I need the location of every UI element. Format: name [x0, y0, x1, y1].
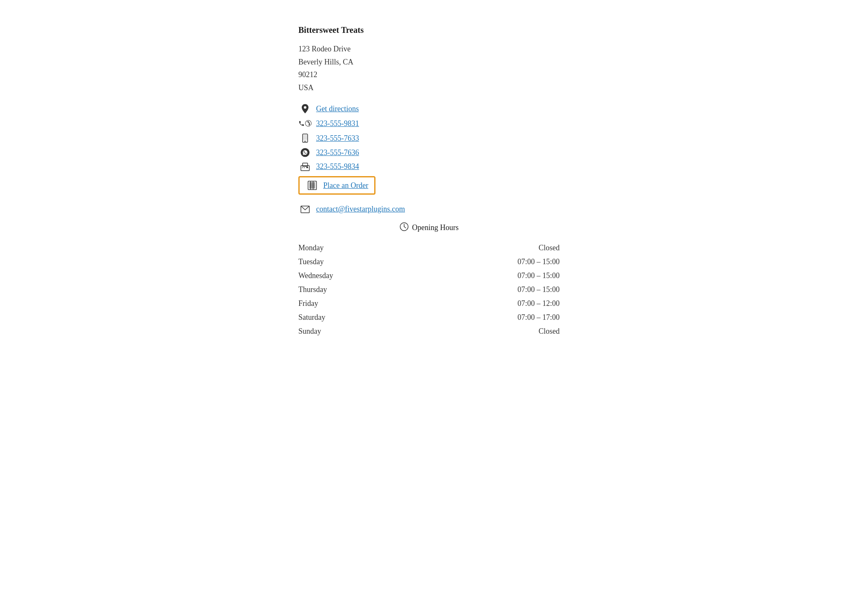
contact-list: Get directions ✆ 323-555-9831: [298, 104, 560, 214]
hours-day: Saturday: [298, 311, 429, 324]
opening-hours-section: Opening Hours MondayClosedTuesday07:00 –…: [298, 222, 560, 338]
hours-time: 07:00 – 15:00: [429, 283, 560, 297]
opening-hours-title: Opening Hours: [298, 222, 560, 233]
address-country: USA: [298, 81, 560, 94]
phone-icon: ✆: [298, 118, 312, 129]
email-link[interactable]: contact@fivestarplugins.com: [316, 205, 405, 214]
order-icon: [306, 181, 319, 190]
order-link[interactable]: Place an Order: [323, 181, 368, 190]
whatsapp-link[interactable]: 323-555-7636: [316, 148, 359, 157]
hours-day: Thursday: [298, 283, 429, 297]
svg-rect-7: [306, 167, 308, 168]
contact-email: contact@fivestarplugins.com: [298, 205, 560, 214]
clock-icon: [400, 222, 409, 233]
hours-time: 07:00 – 17:00: [429, 311, 560, 324]
address-block: 123 Rodeo Drive Beverly Hills, CA 90212 …: [298, 43, 560, 94]
fax-link[interactable]: 323-555-9834: [316, 162, 359, 171]
mobile-link[interactable]: 323-555-7633: [316, 134, 359, 143]
hours-row: Thursday07:00 – 15:00: [298, 283, 560, 297]
hours-row: Wednesday07:00 – 15:00: [298, 269, 560, 283]
contact-order: Place an Order: [298, 176, 560, 200]
hours-time: Closed: [429, 324, 560, 338]
hours-row: SundayClosed: [298, 324, 560, 338]
hours-day: Monday: [298, 241, 429, 255]
hours-day: Wednesday: [298, 269, 429, 283]
directions-link[interactable]: Get directions: [316, 104, 359, 113]
hours-row: Saturday07:00 – 17:00: [298, 311, 560, 324]
svg-point-0: [304, 106, 306, 109]
contact-whatsapp: 323-555-7636: [298, 148, 560, 157]
svg-rect-2: [304, 141, 306, 142]
hours-time: 07:00 – 15:00: [429, 255, 560, 269]
email-icon: [298, 206, 312, 213]
hours-row: Friday07:00 – 12:00: [298, 297, 560, 311]
hours-table: MondayClosedTuesday07:00 – 15:00Wednesda…: [298, 241, 560, 338]
hours-row: MondayClosed: [298, 241, 560, 255]
place-order-box: Place an Order: [298, 176, 375, 195]
main-container: Bittersweet Treats 123 Rodeo Drive Bever…: [298, 17, 560, 616]
contact-mobile: 323-555-7633: [298, 134, 560, 143]
address-street: 123 Rodeo Drive: [298, 43, 560, 56]
hours-day: Tuesday: [298, 255, 429, 269]
fax-icon: [298, 163, 312, 171]
contact-directions: Get directions: [298, 104, 560, 113]
hours-day: Friday: [298, 297, 429, 311]
hours-row: Tuesday07:00 – 15:00: [298, 255, 560, 269]
contact-fax: 323-555-9834: [298, 162, 560, 171]
mobile-icon: [298, 134, 312, 143]
hours-time: 07:00 – 15:00: [429, 269, 560, 283]
phone-link[interactable]: 323-555-9831: [316, 119, 359, 128]
svg-point-9: [304, 167, 305, 168]
opening-hours-label: Opening Hours: [412, 223, 459, 232]
svg-rect-6: [303, 163, 308, 166]
address-city-state: Beverly Hills, CA: [298, 56, 560, 69]
address-zip: 90212: [298, 68, 560, 81]
contact-phone: ✆ 323-555-9831: [298, 118, 560, 129]
hours-day: Sunday: [298, 324, 429, 338]
location-pin-icon: [298, 104, 312, 113]
business-name: Bittersweet Treats: [298, 25, 560, 35]
svg-point-8: [302, 167, 303, 168]
hours-time: 07:00 – 12:00: [429, 297, 560, 311]
hours-time: Closed: [429, 241, 560, 255]
svg-line-21: [404, 227, 406, 228]
svg-rect-3: [303, 135, 307, 140]
whatsapp-icon: [298, 148, 312, 157]
